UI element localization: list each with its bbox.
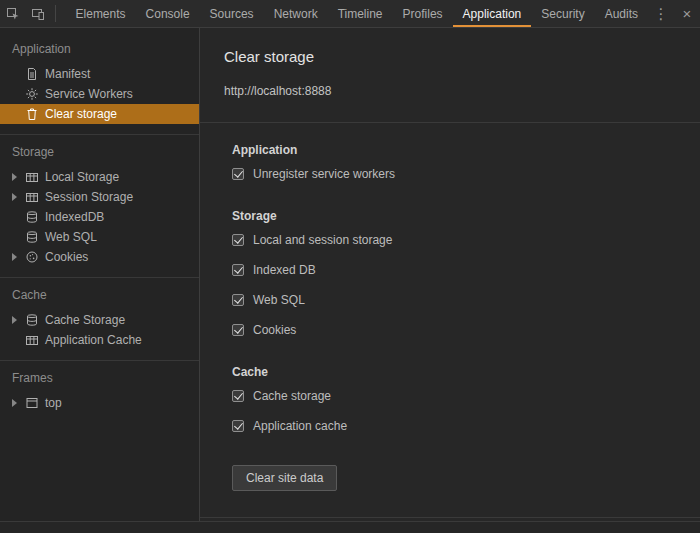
sidebar-section-frames: Frames top xyxy=(0,361,199,423)
option-label: Application cache xyxy=(253,419,347,433)
option-indexed-db[interactable]: Indexed DB xyxy=(232,255,676,285)
expand-arrow-icon[interactable] xyxy=(12,173,25,181)
sidebar-item-label: Clear storage xyxy=(45,107,117,121)
expand-arrow-icon[interactable] xyxy=(12,399,25,407)
option-application-cache[interactable]: Application cache xyxy=(232,411,676,441)
sidebar-item-label: Cache Storage xyxy=(45,313,125,327)
sidebar-item-indexeddb[interactable]: IndexedDB xyxy=(0,207,199,227)
web-sql-checkbox[interactable] xyxy=(232,294,244,306)
divider xyxy=(200,517,700,518)
option-unregister-service-workers[interactable]: Unregister service workers xyxy=(232,159,676,189)
devtools-window: Elements Console Sources Network Timelin… xyxy=(0,0,700,533)
clear-site-data-button[interactable]: Clear site data xyxy=(232,465,337,491)
report-section-title: Cache xyxy=(232,365,676,379)
panel-tabs: Elements Console Sources Network Timelin… xyxy=(66,0,648,27)
tab-network[interactable]: Network xyxy=(264,0,328,27)
tab-application[interactable]: Application xyxy=(453,0,532,27)
close-button[interactable]: × xyxy=(674,0,700,27)
sidebar-item-cookies[interactable]: Cookies xyxy=(0,247,199,267)
application-sidebar: Application Manifest Service Workers xyxy=(0,28,200,521)
sidebar-section-application: Application Manifest Service Workers xyxy=(0,32,199,135)
report-section-storage: Storage Local and session storage Indexe… xyxy=(232,209,676,345)
tab-sources[interactable]: Sources xyxy=(200,0,264,27)
tab-console[interactable]: Console xyxy=(136,0,200,27)
unregister-service-workers-checkbox[interactable] xyxy=(232,168,244,180)
sidebar-item-label: Application Cache xyxy=(45,333,142,347)
database-icon xyxy=(25,230,43,244)
option-label: Local and session storage xyxy=(253,233,392,247)
option-cache-storage[interactable]: Cache storage xyxy=(232,381,676,411)
tab-elements[interactable]: Elements xyxy=(66,0,136,27)
tab-audits[interactable]: Audits xyxy=(595,0,648,27)
option-label: Cookies xyxy=(253,323,296,337)
panel-content: Application Manifest Service Workers xyxy=(0,28,700,521)
clear-storage-panel: Clear storage http://localhost:8888 Appl… xyxy=(200,28,700,521)
more-menu-button[interactable]: ⋮ xyxy=(648,0,674,27)
sidebar-item-top-frame[interactable]: top xyxy=(0,393,199,413)
inspect-button[interactable] xyxy=(0,0,25,27)
frame-icon xyxy=(25,396,43,410)
sidebar-item-label: Manifest xyxy=(45,67,90,81)
report-section-application: Application Unregister service workers xyxy=(232,143,676,189)
sidebar-item-local-storage[interactable]: Local Storage xyxy=(0,167,199,187)
table-icon xyxy=(25,190,43,204)
database-icon xyxy=(25,313,43,327)
tab-timeline[interactable]: Timeline xyxy=(328,0,393,27)
document-icon xyxy=(25,67,43,81)
table-icon xyxy=(25,333,43,347)
option-label: Web SQL xyxy=(253,293,305,307)
option-label: Unregister service workers xyxy=(253,167,395,181)
clear-storage-report: Application Unregister service workers S… xyxy=(200,123,700,491)
sidebar-item-label: Web SQL xyxy=(45,230,97,244)
sidebar-item-clear-storage[interactable]: Clear storage xyxy=(0,104,199,124)
option-label: Cache storage xyxy=(253,389,331,403)
option-web-sql[interactable]: Web SQL xyxy=(232,285,676,315)
expand-arrow-icon[interactable] xyxy=(12,193,25,201)
cache-storage-checkbox[interactable] xyxy=(232,390,244,402)
sidebar-item-label: Cookies xyxy=(45,250,88,264)
sidebar-section-cache: Cache Cache Storage Application Cache xyxy=(0,278,199,361)
sidebar-item-label: Local Storage xyxy=(45,170,119,184)
sidebar-section-title: Cache xyxy=(0,280,199,310)
origin-url: http://localhost:8888 xyxy=(224,84,676,98)
sidebar-section-title: Application xyxy=(0,34,199,64)
sidebar-item-session-storage[interactable]: Session Storage xyxy=(0,187,199,207)
tab-security[interactable]: Security xyxy=(531,0,594,27)
sidebar-section-title: Storage xyxy=(0,137,199,167)
more-icon: ⋮ xyxy=(654,6,669,21)
local-and-session-storage-checkbox[interactable] xyxy=(232,234,244,246)
cookie-icon xyxy=(25,250,43,264)
table-icon xyxy=(25,170,43,184)
option-label: Indexed DB xyxy=(253,263,316,277)
sidebar-item-manifest[interactable]: Manifest xyxy=(0,64,199,84)
gear-icon xyxy=(25,87,43,101)
panel-header: Clear storage http://localhost:8888 xyxy=(200,28,700,98)
device-toolbar-button[interactable] xyxy=(25,0,50,27)
option-cookies[interactable]: Cookies xyxy=(232,315,676,345)
database-icon xyxy=(25,210,43,224)
report-section-cache: Cache Cache storage Application cache xyxy=(232,365,676,441)
cookies-checkbox[interactable] xyxy=(232,324,244,336)
sidebar-item-label: Session Storage xyxy=(45,190,133,204)
report-section-title: Application xyxy=(232,143,676,157)
page-title: Clear storage xyxy=(224,46,676,68)
expand-arrow-icon[interactable] xyxy=(12,253,25,261)
expand-arrow-icon[interactable] xyxy=(12,316,25,324)
toolbar-right-controls: ⋮ × xyxy=(648,0,700,27)
trash-icon xyxy=(25,107,43,121)
device-toolbar-icon xyxy=(31,7,45,21)
sidebar-item-cache-storage[interactable]: Cache Storage xyxy=(0,310,199,330)
application-cache-checkbox[interactable] xyxy=(232,420,244,432)
drawer-edge[interactable] xyxy=(0,521,700,533)
sidebar-item-application-cache[interactable]: Application Cache xyxy=(0,330,199,350)
sidebar-item-service-workers[interactable]: Service Workers xyxy=(0,84,199,104)
main-toolbar: Elements Console Sources Network Timelin… xyxy=(0,0,700,28)
close-icon: × xyxy=(683,6,692,21)
sidebar-item-web-sql[interactable]: Web SQL xyxy=(0,227,199,247)
sidebar-item-label: top xyxy=(45,396,62,410)
indexed-db-checkbox[interactable] xyxy=(232,264,244,276)
option-local-and-session-storage[interactable]: Local and session storage xyxy=(232,225,676,255)
report-section-title: Storage xyxy=(232,209,676,223)
tab-profiles[interactable]: Profiles xyxy=(393,0,453,27)
toolbar-separator xyxy=(55,5,56,22)
